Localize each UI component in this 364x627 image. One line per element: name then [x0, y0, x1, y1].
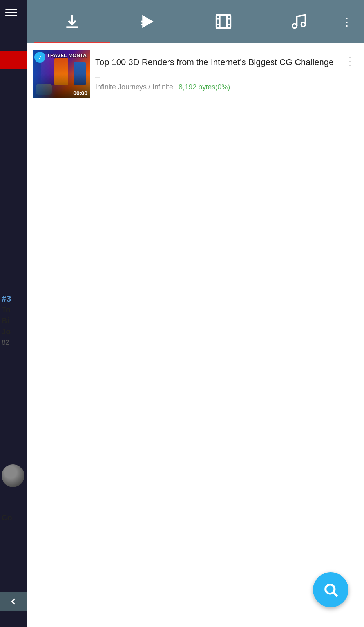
item-channel: Infinite Journeys / Infinite [95, 83, 173, 91]
item-title: Top 100 3D Renders from the Internet's B… [95, 57, 336, 79]
thumb-label: TRAVEL MONTA [47, 53, 87, 58]
download-item: ♪ TRAVEL MONTA 00:00 Top 100 3D Renders … [27, 43, 364, 105]
more-menu-button[interactable]: ⋮ [337, 15, 356, 29]
thumb-timestamp: 00:00 [73, 90, 87, 96]
sidebar-hashtag: #3 [2, 294, 25, 304]
download-list: ♪ TRAVEL MONTA 00:00 Top 100 3D Renders … [27, 43, 364, 105]
tab-music[interactable] [261, 0, 337, 43]
fab-search-button[interactable] [313, 572, 348, 607]
svg-point-13 [292, 24, 297, 28]
tab-play-queue[interactable] [110, 0, 186, 43]
toolbar: ⋮ [27, 0, 364, 43]
svg-point-15 [326, 585, 335, 594]
tab-video[interactable] [186, 0, 261, 43]
svg-point-14 [301, 22, 305, 27]
item-meta: Infinite Journeys / Infinite 8,192 bytes… [95, 83, 336, 91]
tab-download[interactable] [34, 0, 110, 43]
thumb-music-icon: ♪ [34, 52, 45, 63]
item-info: Top 100 3D Renders from the Internet's B… [90, 57, 341, 91]
sidebar-bottom-label: Co [2, 513, 12, 522]
main-content: ⋮ ♪ TRAVEL MONTA 00:00 [27, 0, 364, 627]
sidebar-yt-section [0, 51, 27, 69]
svg-marker-2 [143, 16, 153, 27]
hamburger-icon[interactable] [5, 9, 17, 16]
sidebar: #3 To Bi Jo 82 Co [0, 0, 27, 627]
sidebar-avatar [2, 464, 24, 487]
item-more-menu[interactable]: ⋮ [341, 52, 358, 71]
sidebar-title-partial: To Bi Jo [2, 304, 25, 337]
item-size: 8,192 bytes(0%) [179, 83, 230, 91]
sidebar-size-partial: 82 [2, 339, 25, 347]
sidebar-back-arrow[interactable] [0, 592, 27, 611]
item-thumbnail: ♪ TRAVEL MONTA 00:00 [33, 50, 90, 98]
svg-rect-6 [216, 15, 231, 28]
svg-line-16 [334, 593, 337, 596]
